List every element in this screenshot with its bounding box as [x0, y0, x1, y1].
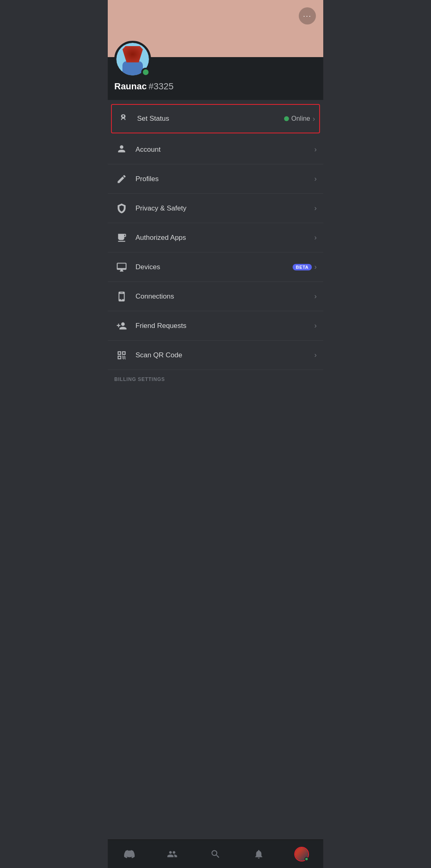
privacy-safety-item[interactable]: Privacy & Safety ›	[108, 194, 323, 223]
status-right: Online ›	[284, 115, 315, 123]
qr-code-icon	[114, 348, 129, 363]
status-indicator	[141, 68, 150, 77]
profiles-item[interactable]: Profiles ›	[108, 164, 323, 194]
devices-item[interactable]: Devices BETA ›	[108, 252, 323, 282]
friend-requests-item[interactable]: Friend Requests ›	[108, 311, 323, 341]
devices-icon	[114, 260, 129, 275]
account-label: Account	[136, 146, 314, 154]
scan-qr-code-item[interactable]: Scan QR Code ›	[108, 341, 323, 370]
chevron-icon: ›	[314, 204, 317, 213]
chevron-icon: ›	[314, 351, 317, 359]
privacy-icon	[114, 201, 129, 216]
connections-label: Connections	[136, 292, 314, 301]
chevron-icon: ›	[314, 145, 317, 154]
online-dot	[284, 116, 289, 121]
online-label: Online	[291, 115, 310, 122]
more-button[interactable]: ···	[299, 7, 316, 24]
authorized-apps-item[interactable]: Authorized Apps ›	[108, 223, 323, 252]
profiles-label: Profiles	[136, 175, 314, 183]
friend-requests-icon	[114, 319, 129, 333]
username: Raunac	[114, 81, 147, 91]
beta-badge: BETA	[293, 264, 312, 270]
billing-section-label: BILLING SETTINGS	[108, 370, 323, 385]
username-row: Raunac #3325	[108, 81, 323, 92]
privacy-label: Privacy & Safety	[136, 204, 314, 213]
chevron-icon: ›	[314, 321, 317, 330]
chevron-icon: ›	[314, 263, 317, 271]
connections-icon	[114, 289, 129, 304]
scan-qr-label: Scan QR Code	[136, 351, 314, 359]
account-item[interactable]: Account ›	[108, 135, 323, 164]
connections-item[interactable]: Connections ›	[108, 282, 323, 311]
chevron-icon: ›	[313, 115, 315, 123]
avatar	[114, 41, 151, 78]
profile-section: Raunac #3325	[108, 57, 323, 100]
friend-requests-label: Friend Requests	[136, 322, 314, 330]
authorized-apps-label: Authorized Apps	[136, 234, 314, 242]
profiles-icon	[114, 172, 129, 186]
account-icon	[114, 142, 129, 157]
chevron-icon: ›	[314, 175, 317, 183]
authorized-apps-icon	[114, 230, 129, 245]
settings-list: Set Status Online › Account › Profiles ›	[108, 104, 323, 418]
status-icon	[116, 111, 131, 126]
chevron-icon: ›	[314, 292, 317, 301]
devices-label: Devices	[136, 263, 293, 271]
set-status-label: Set Status	[137, 115, 284, 123]
chevron-icon: ›	[314, 233, 317, 242]
more-icon: ···	[303, 12, 311, 20]
discriminator: #3325	[149, 81, 173, 91]
set-status-item[interactable]: Set Status Online ›	[111, 104, 320, 133]
